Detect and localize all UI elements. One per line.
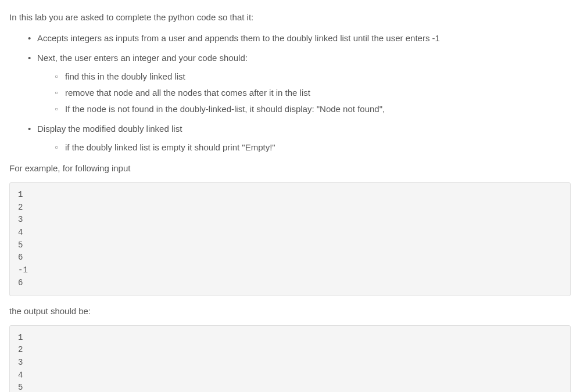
requirement-subitem-2-1: find this in the doubly linked list	[51, 70, 571, 84]
requirement-item-3-text: Display the modified doubly linked list	[37, 124, 182, 134]
requirement-subitem-2-2: remove that node and all the nodes that …	[51, 86, 571, 100]
example-output-block: 1 2 3 4 5	[9, 325, 571, 393]
example-input-block: 1 2 3 4 5 6 -1 6	[9, 182, 571, 296]
requirements-list: Accepts integers as inputs from a user a…	[9, 31, 571, 154]
requirement-item-3: Display the modified doubly linked list …	[23, 122, 571, 154]
requirement-subitem-3-1: if the doubly linked list is empty it sh…	[51, 141, 571, 154]
requirement-item-1: Accepts integers as inputs from a user a…	[23, 31, 571, 45]
requirement-subitem-2-3: If the node is not found in the doubly-l…	[51, 102, 571, 116]
requirement-sublist-2: find this in the doubly linked list remo…	[37, 70, 571, 116]
requirement-sublist-3: if the doubly linked list is empty it sh…	[37, 141, 571, 154]
intro-paragraph: In this lab you are asked to complete th…	[9, 10, 571, 24]
output-intro: the output should be:	[9, 304, 571, 318]
lab-instructions: In this lab you are asked to complete th…	[9, 10, 571, 392]
example-intro: For example, for following input	[9, 161, 571, 175]
requirement-item-2-text: Next, the user enters an integer and you…	[37, 53, 248, 63]
requirement-item-2: Next, the user enters an integer and you…	[23, 51, 571, 116]
